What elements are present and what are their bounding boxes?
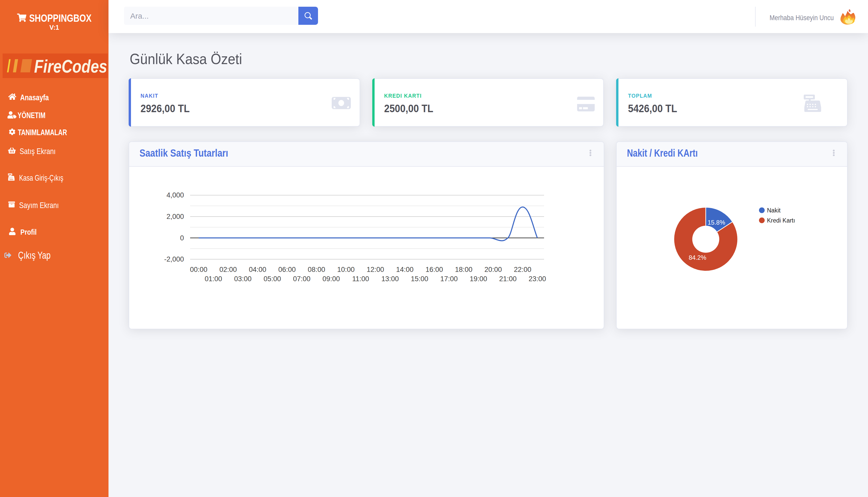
svg-text:2,000: 2,000 [167,213,184,221]
svg-text:00:00: 00:00 [190,266,207,273]
svg-text:84.2%: 84.2% [689,254,706,261]
svg-text:10:00: 10:00 [337,266,355,273]
svg-text:22:00: 22:00 [514,266,531,273]
svg-text:FireCodes: FireCodes [34,56,107,76]
svg-text:16:00: 16:00 [425,266,443,273]
svg-text:0: 0 [180,234,184,242]
svg-text:05:00: 05:00 [263,275,281,283]
svg-text:-2,000: -2,000 [164,255,184,263]
svg-text:08:00: 08:00 [308,266,325,273]
svg-text:15:00: 15:00 [411,275,428,283]
svg-text:12:00: 12:00 [366,266,384,273]
svg-text:Kredi Kartı: Kredi Kartı [767,217,795,224]
svg-text:19:00: 19:00 [469,275,487,283]
svg-text:07:00: 07:00 [293,275,310,283]
svg-text:23:00: 23:00 [529,275,546,283]
svg-text:04:00: 04:00 [249,266,266,273]
svg-text:15.8%: 15.8% [708,219,725,226]
svg-text:09:00: 09:00 [322,275,340,283]
svg-text:02:00: 02:00 [219,266,237,273]
svg-text:11:00: 11:00 [352,275,369,283]
svg-text:18:00: 18:00 [455,266,473,273]
svg-text:20:00: 20:00 [484,266,502,273]
svg-text:06:00: 06:00 [278,266,296,273]
svg-text:4,000: 4,000 [167,191,184,199]
svg-text:21:00: 21:00 [499,275,517,283]
svg-text:03:00: 03:00 [234,275,251,283]
svg-text:17:00: 17:00 [440,275,458,283]
svg-text:14:00: 14:00 [396,266,414,273]
svg-text:01:00: 01:00 [205,275,222,283]
svg-text:Nakit: Nakit [767,207,781,214]
svg-text:13:00: 13:00 [381,275,399,283]
